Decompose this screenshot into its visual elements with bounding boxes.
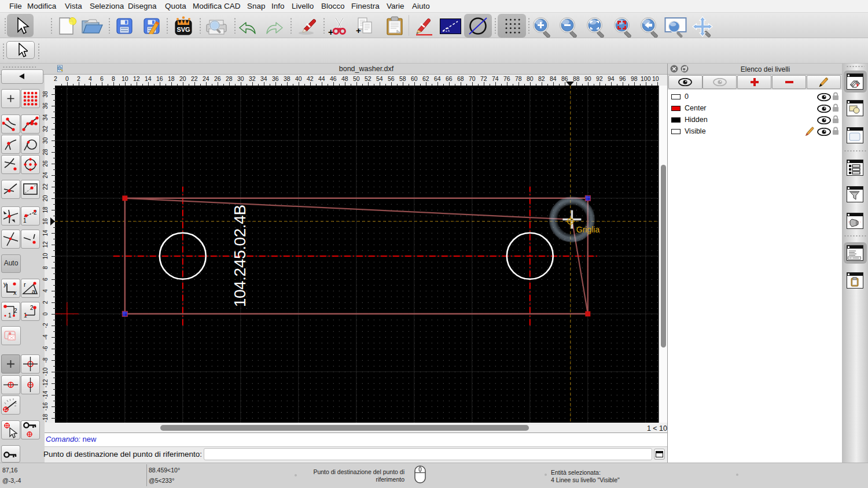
svg-text:104.245.02.4B: 104.245.02.4B — [231, 205, 249, 307]
svg-text:1: 1 — [23, 217, 27, 224]
svg-text:1: 1 — [8, 312, 12, 319]
svg-text:2: 2 — [14, 308, 17, 314]
svg-text:r: r — [24, 281, 26, 288]
svg-text:+: + — [356, 25, 361, 35]
svg-text:Griglia: Griglia — [576, 225, 600, 234]
svg-text:2: 2 — [30, 305, 34, 311]
svg-text:x: x — [13, 289, 17, 296]
svg-text:SVG: SVG — [176, 26, 190, 33]
